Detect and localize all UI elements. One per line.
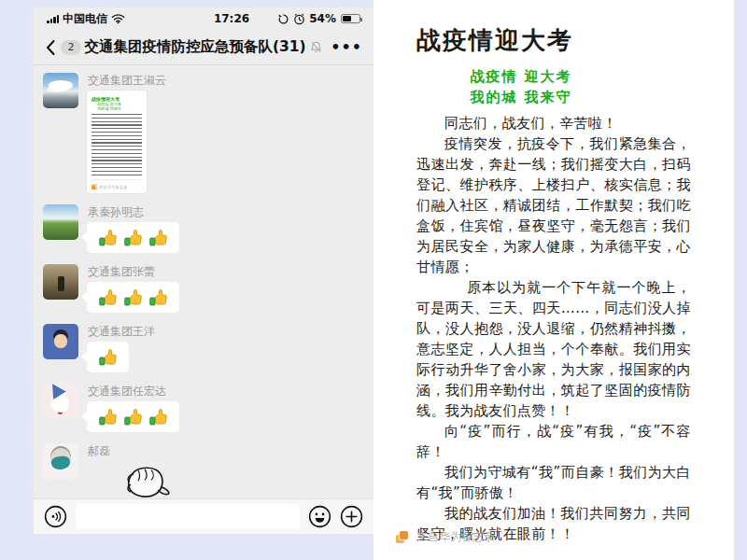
document-body: 同志们，战友们，辛苦啦！ 疫情突发，抗疫令下，我们紧急集合，迅速出发，奔赴一线；… [416,113,691,544]
plus-button[interactable] [340,505,363,528]
thumbs-up-icon [123,229,143,248]
page-background-strip [734,0,747,560]
wifi-icon [111,13,125,24]
paragraph: 同志们，战友们，辛苦啦！ [416,113,691,133]
subtitle-line: 战疫情 迎大考 [416,66,626,87]
card-source-label: 来自华为备忘录 [99,184,127,189]
message-bubble[interactable] [87,222,179,253]
battery-percent: 54% [309,12,336,25]
sender-name: 交通集团任宏达 [88,385,364,398]
sender-name: 郝磊 [88,444,364,457]
document-subtitles: 战疫情 迎大考 我的城 我来守 [416,66,626,107]
thumbs-up-icon [98,288,118,308]
thumbs-up-icon [98,348,118,368]
message-bubble[interactable] [87,342,129,372]
avatar[interactable] [43,204,78,240]
chevron-left-icon [45,39,56,56]
paragraph: 原本以为就一个下午就一个晚上，可是两天、三天、四天……，同志们没人掉队，没人抱怨… [416,277,691,421]
message-bubble[interactable] [87,282,179,313]
mini-text-lines [92,114,142,175]
thumbs-up-icon [148,408,168,427]
document-source-label: 来自华为备忘录 [416,529,495,545]
thumbs-up-icon [123,408,143,427]
shared-note-card[interactable]: 战疫情迎大考 战疫情 迎大考 我的城 我来守 来自华为备忘录 [87,91,147,193]
thumbs-up-icon [148,288,168,308]
avatar[interactable] [43,73,78,108]
clock-time: 17:26 [214,7,249,30]
thumbs-up-icon [148,229,168,248]
document-title: 战疫情迎大考 [416,24,691,57]
thumbs-up-icon [98,229,118,248]
voice-message-button[interactable] [44,505,67,528]
fist-sticker[interactable] [113,463,176,498]
sender-name: 交通集团王淑云 [88,74,364,87]
memo-document-panel: 战疫情迎大考 战疫情 迎大考 我的城 我来守 同志们，战友们，辛苦啦！ 疫情突发… [374,0,734,560]
back-button[interactable]: 2 [45,39,81,56]
chat-input-bar [34,498,374,534]
sender-name: 交通集团王洋 [88,325,364,338]
paragraph: 我们为守城有“我”而自豪！我们为大白有“我”而骄傲！ [416,462,691,503]
avatar[interactable] [43,264,78,300]
paragraph: 疫情突发，抗疫令下，我们紧急集合，迅速出发，奔赴一线；我们摇变大白，扫码登记、维… [416,133,691,277]
status-bar: 中国电信 17:26 54% [34,7,374,30]
chat-title: 交通集团疫情防控应急预备队(31) [34,37,374,57]
message-list[interactable]: 交通集团王淑云 战疫情迎大考 战疫情 迎大考 我的城 我来守 来自华为备忘录 承… [34,65,374,498]
more-menu-button[interactable]: ••• [331,38,362,56]
avatar[interactable] [43,384,78,419]
message-row: 交通集团王淑云 战疫情迎大考 战疫情 迎大考 我的城 我来守 来自华为备忘录 [43,73,364,193]
cell-signal-icon [47,15,59,23]
sender-name: 交通集团张蕾 [88,265,364,278]
rotation-lock-icon [277,13,289,25]
message-row: 交通集团张蕾 [43,264,364,313]
muted-bell-icon [309,40,323,54]
mini-doc-subtitle: 战疫情 迎大考 [92,102,141,104]
battery-icon [341,14,360,24]
message-row: 郝磊 [43,443,364,498]
memo-app-icon [396,531,409,544]
avatar[interactable] [43,324,78,359]
message-bubble[interactable] [87,401,179,432]
thumbs-up-icon [98,408,118,427]
message-input[interactable] [76,504,300,529]
document-footer: 来自华为备忘录 [396,529,495,545]
memo-app-icon [92,184,97,189]
thumbs-up-icon [123,288,143,308]
sender-name: 承秦孙明志 [88,205,364,218]
avatar[interactable] [43,443,78,479]
alarm-icon [293,13,305,25]
paragraph: 向“疫”而行，战“疫”有我，“疫”不容辞！ [416,421,691,462]
mini-doc-subtitle: 我的城 我来守 [92,106,141,108]
chat-nav-bar: 2 交通集团疫情防控应急预备队(31) ••• [34,30,374,65]
unread-count-badge: 2 [61,40,81,55]
mini-doc-title: 战疫情迎大考 [92,96,142,99]
carrier-label: 中国电信 [63,11,107,27]
message-row: 承秦孙明志 [43,204,364,253]
subtitle-line: 我的城 我来守 [416,87,626,107]
message-row: 交通集团任宏达 [43,384,364,432]
message-row: 交通集团王洋 [43,324,364,372]
emoji-button[interactable] [308,505,331,528]
wechat-phone-window: 中国电信 17:26 54% 2 交通集团疫情防控应急预备队(31) ••• 交… [34,7,374,534]
